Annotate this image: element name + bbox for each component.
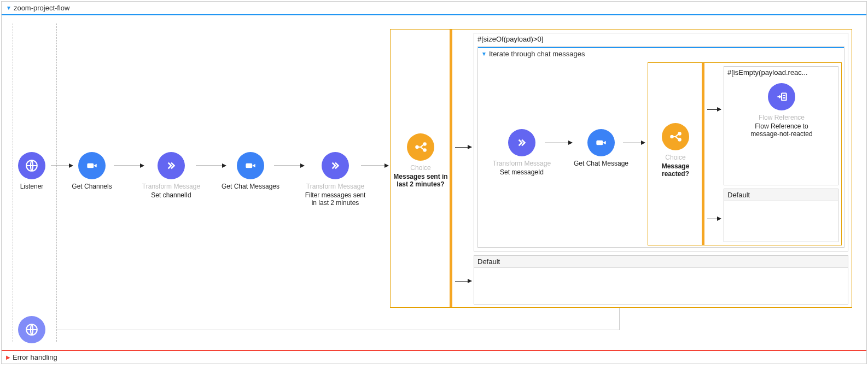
set-channelid-label: Set channelId [138, 191, 204, 199]
svg-point-3 [416, 146, 418, 148]
get-chat-messages-node[interactable]: Get Chat Messages [218, 152, 283, 190]
choice1-default-label: Default [474, 256, 848, 268]
iterate-scope[interactable]: ▼ Iterate through chat messages Transfor… [477, 46, 844, 248]
svg-point-7 [671, 136, 673, 138]
expand-icon: ▼ [6, 5, 11, 11]
choice1-scope[interactable]: Choice Messages sent in last 2 minutes? … [390, 29, 852, 308]
listener-node[interactable]: Listener [0, 152, 65, 190]
arrow-choice2-when [707, 109, 721, 110]
zoom-icon [587, 129, 615, 156]
choice2-divider [702, 63, 704, 245]
arrow-it-2 [623, 143, 645, 143]
flowref-node[interactable]: Flow Reference Flow Reference to message… [749, 83, 814, 138]
choice1-divider [450, 30, 452, 307]
listener-label: Listener [0, 183, 65, 190]
flow-reference-icon [768, 83, 795, 110]
set-channelid-type: Transform Message [138, 183, 204, 190]
transform-icon [158, 152, 185, 179]
zoom-icon [78, 152, 106, 179]
zoom-icon [237, 152, 264, 179]
http-listener-icon [18, 152, 45, 179]
choice2-node[interactable]: Choice Message reacted? [648, 123, 703, 178]
set-channelid-node[interactable]: Transform Message Set channelId [138, 152, 204, 199]
arrow-5 [361, 166, 388, 166]
choice1-default-branch[interactable]: Default [474, 255, 848, 304]
choice1-when-expr: #[sizeOf(payload)>0] [474, 33, 848, 45]
get-channels-node[interactable]: Get Channels [59, 152, 125, 190]
choice2-when-expr: #[isEmpty(payload.reac... [724, 67, 838, 78]
set-messageid-node[interactable]: Transform Message Set messageId [489, 129, 555, 176]
svg-rect-10 [782, 93, 787, 101]
flow-header[interactable]: ▼ zoom-project-flow [2, 2, 866, 15]
iterate-title: Iterate through chat messages [489, 50, 585, 58]
arrow-choice2-default [707, 219, 721, 219]
return-line-v [619, 308, 620, 330]
http-response-icon [18, 316, 45, 343]
choice2-default-label: Default [724, 189, 838, 201]
expand-icon: ▼ [481, 51, 487, 57]
return-line [56, 330, 620, 330]
choice2-type: Choice [648, 154, 703, 161]
get-chat-message-node[interactable]: Get Chat Message [568, 129, 634, 167]
choice1-when-branch: #[sizeOf(payload)>0] ▼ Iterate through c… [474, 33, 848, 251]
svg-rect-6 [596, 140, 603, 145]
choice-icon [407, 133, 434, 161]
flow-container: ▼ zoom-project-flow Listener Get Channel… [1, 1, 867, 364]
choice1-label: Messages sent in last 2 minutes? [391, 173, 451, 188]
choice2-when-branch[interactable]: #[isEmpty(payload.reac... Flow Reference… [724, 66, 838, 185]
set-messageid-type: Transform Message [489, 160, 555, 167]
get-channels-label: Get Channels [59, 183, 125, 190]
error-handling-header[interactable]: ▶ Error handling [2, 350, 866, 364]
arrow-choice1-when [455, 147, 471, 148]
get-chat-messages-label: Get Chat Messages [218, 183, 283, 190]
choice-icon [662, 123, 689, 150]
svg-point-4 [423, 143, 426, 145]
choice2-scope[interactable]: Choice Message reacted? #[isEmpty(payloa… [648, 62, 842, 245]
arrow-choice1-default [455, 281, 471, 282]
flow-title: zoom-project-flow [14, 4, 70, 12]
filter-type: Transform Message [302, 183, 368, 190]
transform-icon [322, 152, 349, 179]
flowref-label: Flow Reference to message-not-reacted [749, 122, 814, 138]
arrow-4 [274, 166, 304, 166]
set-messageid-label: Set messageId [489, 168, 555, 176]
flowref-type: Flow Reference [749, 114, 814, 121]
response-node[interactable] [0, 316, 65, 347]
choice2-default-branch[interactable]: Default [724, 189, 838, 242]
filter-node[interactable]: Transform Message Filter messages sent i… [302, 152, 368, 207]
svg-point-5 [423, 149, 426, 151]
error-handling-title: Error handling [13, 353, 57, 361]
svg-point-9 [678, 138, 680, 140]
transform-icon [508, 129, 535, 156]
expand-icon: ▶ [6, 354, 10, 360]
choice1-type: Choice [391, 164, 451, 172]
iterate-header[interactable]: ▼ Iterate through chat messages [478, 48, 844, 60]
get-chat-message-label: Get Chat Message [568, 160, 634, 167]
choice1-node[interactable]: Choice Messages sent in last 2 minutes? [391, 133, 451, 188]
svg-point-8 [678, 132, 680, 134]
svg-rect-1 [87, 163, 94, 168]
choice2-label: Message reacted? [648, 162, 703, 178]
flow-canvas[interactable]: Listener Get Channels Transform Message … [2, 15, 866, 350]
filter-label: Filter messages sent in last 2 minutes [302, 191, 368, 207]
svg-rect-2 [246, 163, 252, 168]
